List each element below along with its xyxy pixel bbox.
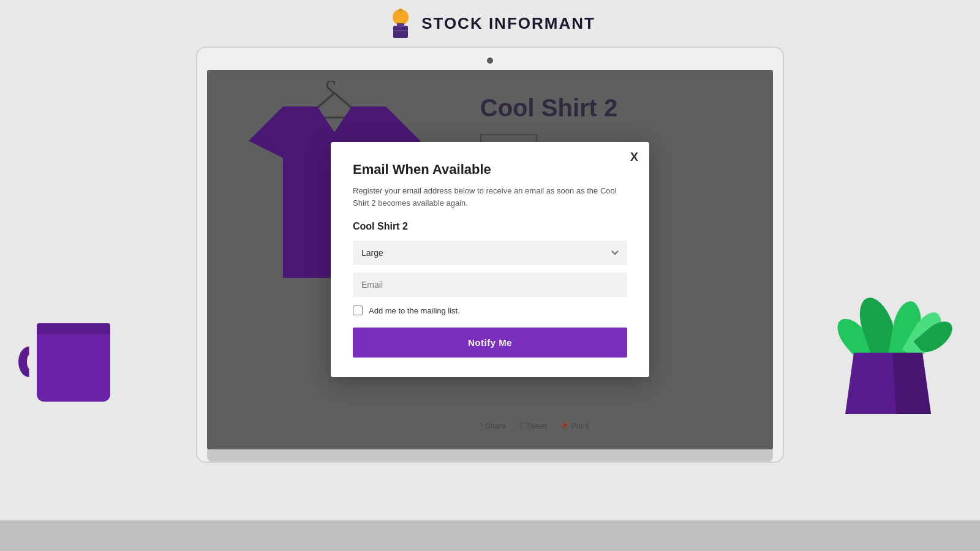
email-input[interactable] — [353, 272, 627, 297]
modal-title: Email When Available — [353, 162, 627, 178]
svg-rect-4 — [397, 23, 404, 27]
laptop-base — [207, 449, 773, 462]
laptop-screen: Cool Shirt 2 LARGE BUY IT NOW K IN STOCK… — [207, 70, 773, 449]
modal-product-name: Cool Shirt 2 — [353, 221, 627, 232]
modal-description: Register your email address below to rec… — [353, 185, 627, 209]
plant-pot — [845, 353, 931, 414]
mailing-list-row: Add me to the mailing list. — [353, 305, 627, 315]
desk-surface — [0, 520, 980, 551]
plant-leaves — [833, 258, 943, 356]
brand-name: STOCK INFORMANT — [421, 14, 595, 33]
decorative-mug — [37, 323, 110, 402]
top-bar: STOCK INFORMANT — [0, 0, 980, 47]
size-select[interactable]: Large Small Medium X-Large — [353, 241, 627, 265]
modal-close-button[interactable]: X — [630, 151, 638, 163]
laptop-camera — [487, 58, 493, 64]
mailing-list-checkbox[interactable] — [353, 305, 363, 315]
logo: STOCK INFORMANT — [385, 7, 595, 39]
mug-top — [37, 323, 110, 334]
modal-dialog: X Email When Available Register your ema… — [331, 142, 649, 377]
plant-pot-shade — [892, 353, 931, 414]
svg-point-2 — [399, 9, 402, 12]
mug-body — [37, 334, 110, 402]
mailing-list-label: Add me to the mailing list. — [369, 306, 460, 315]
logo-icon — [385, 7, 417, 39]
notify-me-button[interactable]: Notify Me — [353, 328, 627, 358]
product-page: Cool Shirt 2 LARGE BUY IT NOW K IN STOCK… — [207, 70, 773, 449]
content-area: Cool Shirt 2 LARGE BUY IT NOW K IN STOCK… — [0, 47, 980, 463]
mug-handle — [18, 347, 40, 377]
modal-backdrop: X Email When Available Register your ema… — [207, 70, 773, 449]
svg-rect-3 — [393, 26, 408, 38]
laptop-frame: Cool Shirt 2 LARGE BUY IT NOW K IN STOCK… — [196, 47, 784, 463]
decorative-plant — [845, 353, 931, 414]
